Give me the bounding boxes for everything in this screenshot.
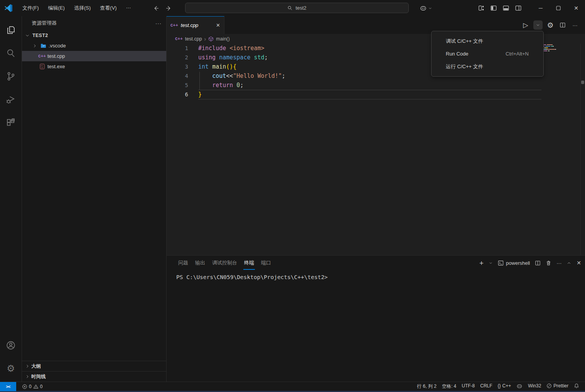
tree-root-test2[interactable]: TEST2 <box>22 30 166 40</box>
terminal-instance[interactable]: powershell <box>498 260 530 266</box>
more-actions-icon[interactable]: ··· <box>570 20 580 30</box>
tab-test-cpp[interactable]: C++ test.cpp ✕ <box>167 16 224 34</box>
language-mode[interactable]: {}C++ <box>495 383 514 389</box>
code-line[interactable]: 5 return 0; <box>167 81 585 90</box>
indentation[interactable]: 空格: 4 <box>439 383 459 390</box>
timeline-section[interactable]: 时间线 <box>22 371 166 382</box>
platform-status[interactable]: Win32 <box>525 383 544 389</box>
chevron-down-icon <box>428 6 432 10</box>
tree-item-test-cpp[interactable]: C++ test.cpp <box>22 51 166 61</box>
minimize-button[interactable]: ─ <box>532 0 550 16</box>
chevron-down-icon <box>24 33 30 38</box>
terminal-output[interactable]: PS C:\Users\CN059\Desktop\Projects\C++\t… <box>167 270 585 382</box>
shortcut-label: Ctrl+Alt+N <box>506 51 538 57</box>
terminal-icon <box>498 260 504 266</box>
error-icon <box>22 384 27 389</box>
tab-terminal[interactable]: 终端 <box>243 256 255 270</box>
eol-sequence[interactable]: CRLF <box>477 383 495 389</box>
run-code-button[interactable]: ▷ <box>521 20 530 30</box>
menu-edit[interactable]: 编辑(E) <box>44 3 69 13</box>
menu-overflow[interactable]: ··· <box>122 3 135 13</box>
scrollbar-thumb[interactable] <box>581 81 584 84</box>
back-arrow-icon[interactable] <box>153 5 159 12</box>
formatter-status[interactable]: Prettier <box>544 383 571 389</box>
close-button[interactable]: ✕ <box>567 0 585 16</box>
search-icon <box>287 5 293 11</box>
warning-count: 0 <box>40 384 43 389</box>
toggle-panel-icon[interactable] <box>502 5 509 12</box>
tree-item-test-exe[interactable]: 0110 test.exe <box>22 61 166 72</box>
cursor-position[interactable]: 行 6, 列 2 <box>414 383 439 390</box>
breadcrumb-symbol[interactable]: main() <box>216 36 229 42</box>
code-line[interactable]: 6} <box>167 90 585 99</box>
menu-item-run-code[interactable]: Run Code Ctrl+Alt+N <box>432 47 543 60</box>
copilot-menu-button[interactable] <box>420 5 432 12</box>
source-control-icon[interactable] <box>2 66 20 86</box>
copilot-icon <box>420 5 427 12</box>
split-editor-icon[interactable] <box>558 20 567 30</box>
panel-more-actions-icon[interactable]: ··· <box>556 260 561 266</box>
menu-view[interactable]: 查看(V) <box>96 3 120 13</box>
title-bar-right: ─ ✕ <box>420 0 585 16</box>
split-terminal-icon[interactable] <box>535 260 541 266</box>
chevron-right-icon <box>25 374 30 379</box>
title-bar: 文件(F) 编辑(E) 选择(S) 查看(V) ··· test2 ─ ✕ <box>0 0 585 16</box>
close-panel-icon[interactable]: ✕ <box>577 260 581 266</box>
maximize-button[interactable] <box>550 0 567 16</box>
new-terminal-icon[interactable]: + <box>479 259 484 267</box>
run-dropdown-chevron-icon[interactable] <box>533 20 543 30</box>
notifications-bell[interactable] <box>571 383 582 389</box>
shell-label: powershell <box>506 260 530 266</box>
menu-file[interactable]: 文件(F) <box>19 3 43 13</box>
command-center-search[interactable]: test2 <box>185 3 409 13</box>
explorer-icon[interactable] <box>2 20 20 40</box>
cpp-file-icon: C++ <box>39 54 46 59</box>
terminal-profile-chevron-icon[interactable] <box>489 261 493 265</box>
toggle-secondary-sidebar-icon[interactable] <box>515 5 522 12</box>
breadcrumb-separator: › <box>204 36 206 42</box>
breadcrumb-file[interactable]: test.cpp <box>185 36 202 42</box>
explorer-more-actions[interactable]: ··· <box>155 20 162 26</box>
minimap[interactable] <box>541 44 580 255</box>
vscode-folder-icon <box>40 43 47 48</box>
history-nav <box>153 5 172 12</box>
tree-item-label: test.exe <box>47 64 65 69</box>
terminal-prompt: PS C:\Users\CN059\Desktop\Projects\C++\t… <box>176 274 328 280</box>
root-folder-label: TEST2 <box>32 33 48 38</box>
settings-gear-icon[interactable]: ⚙ <box>546 20 555 30</box>
chevron-right-icon <box>32 44 38 48</box>
extensions-icon[interactable] <box>2 113 20 133</box>
editor-scrollbar[interactable] <box>580 44 585 255</box>
svg-text:10: 10 <box>41 67 43 69</box>
error-count: 0 <box>29 384 32 389</box>
panel-header: 问题 输出 调试控制台 终端 端口 + powershell ··· ✕ <box>167 256 585 270</box>
tab-close-icon[interactable]: ✕ <box>216 22 220 28</box>
timeline-label: 时间线 <box>31 373 46 380</box>
encoding[interactable]: UTF-8 <box>459 383 477 389</box>
tab-problems[interactable]: 问题 <box>177 256 189 270</box>
copilot-status[interactable] <box>514 383 525 389</box>
customize-layout-icon[interactable] <box>478 5 485 12</box>
maximize-panel-chevron-icon[interactable] <box>566 261 572 266</box>
forward-arrow-icon[interactable] <box>165 5 172 12</box>
outline-section[interactable]: 大纲 <box>22 361 166 371</box>
run-debug-icon[interactable] <box>2 89 20 109</box>
kill-terminal-trash-icon[interactable] <box>546 260 551 266</box>
vscode-logo-icon[interactable] <box>4 3 13 13</box>
file-tree: TEST2 .vscode C++ test.cpp 0110 test.exe <box>22 30 166 72</box>
search-view-icon[interactable] <box>2 43 20 63</box>
explorer-header: 资源管理器 ··· <box>22 16 166 30</box>
account-icon[interactable] <box>2 335 20 355</box>
menu-item-debug-cpp[interactable]: 调试 C/C++ 文件 <box>432 35 543 47</box>
toggle-primary-sidebar-icon[interactable] <box>490 5 497 12</box>
tree-item-vscode-folder[interactable]: .vscode <box>22 40 166 51</box>
tab-output[interactable]: 输出 <box>194 256 206 270</box>
tab-ports[interactable]: 端口 <box>260 256 272 270</box>
prettier-disabled-icon <box>546 383 552 389</box>
settings-gear-icon[interactable]: ⚙ <box>2 358 20 379</box>
menu-selection[interactable]: 选择(S) <box>70 3 94 13</box>
problems-status[interactable]: 0 0 <box>19 384 45 389</box>
remote-indicator[interactable]: >< <box>0 382 16 391</box>
menu-item-run-cpp[interactable]: 运行 C/C++ 文件 <box>432 60 543 73</box>
tab-debug-console[interactable]: 调试控制台 <box>211 256 238 270</box>
